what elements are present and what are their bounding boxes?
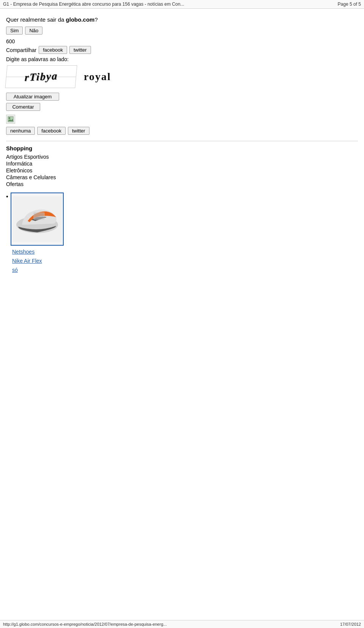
share-label: Compartilhar xyxy=(6,47,36,53)
shopping-link-ofertas[interactable]: Ofertas xyxy=(6,181,358,187)
comment-count: 600 xyxy=(6,38,358,44)
captcha-image-2: royal xyxy=(84,71,111,83)
captcha-text-1: rTibya xyxy=(24,70,58,84)
product-list: • xyxy=(6,193,358,246)
main-content: Quer realmente sair da globo.com? Sim Nã… xyxy=(0,9,364,284)
exit-buttons: Sim Não xyxy=(6,27,358,35)
page-info: Page 5 of 5 xyxy=(338,2,361,7)
btn-no[interactable]: Não xyxy=(25,27,42,35)
facebook-share-btn[interactable]: facebook xyxy=(39,46,67,54)
captcha-instruction: Digite as palavras ao lado: xyxy=(6,56,358,62)
shopping-title: Shopping xyxy=(6,145,358,151)
product-price-link[interactable]: só xyxy=(12,267,358,273)
exit-question-bold: globo.com xyxy=(66,16,95,23)
captcha-area: rTibya royal xyxy=(6,65,358,88)
page-title: G1 - Empresa de Pesquisa Energética abre… xyxy=(3,2,184,7)
shopping-links: Artigos Esportivos Informática Eletrônic… xyxy=(6,154,358,187)
bullet-point: • xyxy=(6,193,8,200)
share-row: Compartilhar facebook twitter xyxy=(6,46,358,54)
action-buttons: Atualizar imagem Comentar xyxy=(6,93,358,111)
btn-yes[interactable]: Sim xyxy=(6,27,23,35)
icon-image xyxy=(6,115,15,124)
product-item: • xyxy=(6,193,358,246)
shopping-section: Shopping Artigos Esportivos Informática … xyxy=(6,145,358,273)
product-image xyxy=(13,196,62,242)
divider xyxy=(6,141,358,141)
shopping-link-cameras[interactable]: Câmeras e Celulares xyxy=(6,174,358,180)
product-image-box[interactable] xyxy=(11,193,64,246)
exit-question-suffix: ? xyxy=(94,16,97,23)
btn-comment[interactable]: Comentar xyxy=(6,103,40,111)
product-info: Netshoes Nike Air Flex só xyxy=(12,249,358,273)
shopping-link-artigos[interactable]: Artigos Esportivos xyxy=(6,154,358,160)
btn-facebook-bottom[interactable]: facebook xyxy=(37,127,66,135)
image-icon xyxy=(8,116,14,122)
top-bar: G1 - Empresa de Pesquisa Energética abre… xyxy=(0,0,364,9)
twitter-share-btn[interactable]: twitter xyxy=(69,46,91,54)
product-name-link[interactable]: Nike Air Flex xyxy=(12,258,358,264)
exit-question: Quer realmente sair da globo.com? xyxy=(6,16,358,23)
btn-twitter-bottom[interactable]: twitter xyxy=(68,127,89,135)
btn-update-image[interactable]: Atualizar imagem xyxy=(6,93,59,101)
shopping-link-informatica[interactable]: Informática xyxy=(6,161,358,167)
captcha-image-1: rTibya xyxy=(5,65,77,88)
btn-nenhuma[interactable]: nenhuma xyxy=(6,127,35,135)
svg-rect-1 xyxy=(9,117,10,119)
product-price: só xyxy=(12,267,358,273)
svg-rect-5 xyxy=(33,212,45,220)
product-store-link[interactable]: Netshoes xyxy=(12,249,358,255)
bottom-share-row: nenhuma facebook twitter xyxy=(6,127,358,135)
captcha-text-2: royal xyxy=(84,71,111,82)
shopping-link-eletronicos[interactable]: Eletrônicos xyxy=(6,167,358,174)
exit-question-text: Quer realmente sair da xyxy=(6,16,66,23)
